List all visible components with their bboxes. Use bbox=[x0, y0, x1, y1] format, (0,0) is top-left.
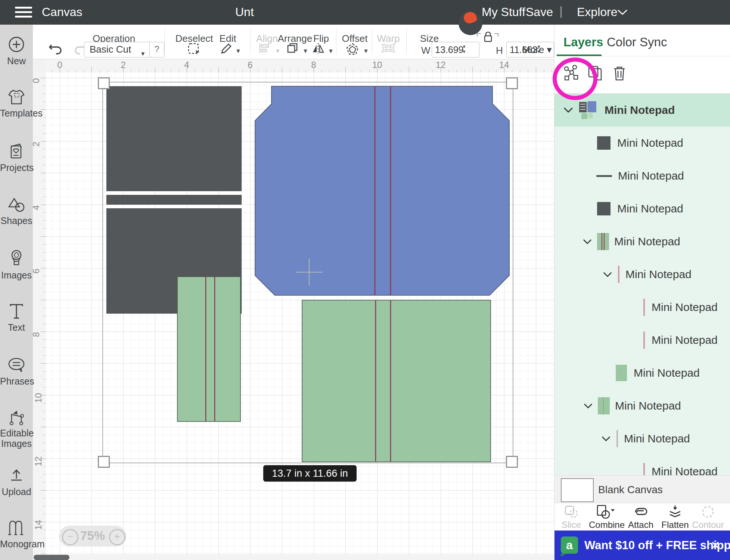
chevron-down-icon[interactable] bbox=[583, 239, 592, 245]
shape-blue-notepad-cover[interactable] bbox=[255, 86, 510, 296]
layer-label: Mini Notepad bbox=[652, 465, 718, 476]
layer-row[interactable]: Mini Notepad bbox=[555, 225, 730, 258]
ruler-corner bbox=[33, 59, 46, 73]
horizontal-scrollbar-thumb[interactable] bbox=[34, 555, 69, 560]
arrange-icon[interactable] bbox=[286, 43, 299, 55]
ruler-mark: 10 bbox=[33, 393, 44, 403]
hamburger-menu-icon[interactable] bbox=[15, 7, 32, 18]
combine-button[interactable]: Combine bbox=[589, 505, 622, 530]
selection-handle-bottom-left[interactable] bbox=[98, 456, 110, 468]
flip-icon[interactable] bbox=[312, 43, 324, 55]
canvas-page-label: Canvas bbox=[42, 5, 83, 19]
height-label: H bbox=[496, 45, 503, 56]
shape-green-notepad-small[interactable] bbox=[177, 276, 241, 422]
more-label: More bbox=[522, 44, 544, 55]
attach-button[interactable]: Attach bbox=[624, 505, 658, 530]
flatten-button[interactable]: Flatten bbox=[658, 505, 692, 530]
left-sidebar: New Templates Projects Shapes Images Tex… bbox=[0, 25, 33, 560]
layer-row[interactable]: Mini Notepad bbox=[555, 324, 730, 357]
chevron-down-icon[interactable] bbox=[563, 107, 573, 113]
my-stuff-link[interactable]: My Stuff bbox=[482, 5, 525, 19]
sidebar-label: Monogram bbox=[0, 538, 33, 550]
sidebar-item-editable-images[interactable]: Editable Images bbox=[0, 409, 33, 449]
sidebar-item-phrases[interactable]: Phrases bbox=[0, 357, 33, 387]
ruler-mark: 2 bbox=[121, 60, 125, 70]
sidebar-item-upload[interactable]: Upload bbox=[0, 467, 33, 497]
tab-layers[interactable]: Layers bbox=[563, 35, 603, 49]
promo-banner: a Want $10 off + FREE shipping? ✕ bbox=[555, 531, 730, 560]
shape-gray-rect-top[interactable] bbox=[106, 86, 242, 191]
ruler-mark: 10 bbox=[372, 60, 382, 70]
layer-label: Mini Notepad bbox=[615, 399, 681, 412]
edit-dropdown-arrow[interactable]: ▼ bbox=[235, 48, 241, 55]
shape-gray-strip[interactable] bbox=[106, 195, 242, 205]
layer-swatch-dark bbox=[597, 136, 611, 150]
undo-icon[interactable] bbox=[49, 43, 63, 55]
blank-canvas-swatch[interactable] bbox=[561, 478, 594, 502]
layer-row[interactable]: Mini Notepad bbox=[555, 258, 730, 291]
warp-icon bbox=[381, 43, 396, 54]
layer-row[interactable]: Mini Notepad bbox=[555, 422, 730, 455]
ruler-mark: 0 bbox=[57, 60, 62, 70]
ruler-mark: 8 bbox=[311, 60, 316, 70]
layer-row[interactable]: Mini Notepad bbox=[555, 127, 730, 159]
chevron-down-icon[interactable] bbox=[617, 9, 628, 16]
zoom-out-button[interactable]: − bbox=[62, 529, 78, 545]
edit-pencil-icon[interactable] bbox=[220, 43, 232, 55]
sidebar-item-new[interactable]: New bbox=[0, 36, 33, 66]
deselect-icon[interactable] bbox=[187, 43, 201, 56]
user-avatar[interactable] bbox=[459, 11, 482, 35]
arrange-dropdown-arrow[interactable]: ▼ bbox=[302, 48, 308, 55]
sidebar-item-templates[interactable]: Templates bbox=[0, 89, 33, 119]
sidebar-item-shapes[interactable]: Shapes bbox=[0, 196, 33, 226]
width-input[interactable] bbox=[432, 42, 479, 57]
sidebar-item-monogram[interactable]: Monogram bbox=[0, 520, 33, 550]
layer-swatch-score-line bbox=[616, 430, 618, 447]
sidebar-label: Templates bbox=[0, 108, 33, 119]
sidebar-item-projects[interactable]: Projects bbox=[0, 143, 33, 173]
tab-color-sync[interactable]: Color Sync bbox=[607, 35, 667, 49]
horizontal-scrollbar-track[interactable] bbox=[33, 555, 554, 560]
shape-green-notepad-large[interactable] bbox=[302, 300, 491, 462]
layer-row[interactable]: Mini Notepad bbox=[555, 291, 730, 324]
ungroup-icon[interactable] bbox=[563, 65, 580, 81]
layer-label: Mini Notepad bbox=[617, 137, 683, 149]
flip-dropdown-arrow[interactable]: ▼ bbox=[328, 48, 334, 55]
sidebar-item-text[interactable]: Text bbox=[0, 303, 33, 333]
layer-label: Mini Notepad bbox=[617, 202, 683, 215]
chevron-down-icon[interactable] bbox=[584, 403, 593, 409]
width-stepper[interactable]: ▲▼ bbox=[462, 43, 467, 55]
sidebar-item-images[interactable]: Images bbox=[0, 249, 33, 281]
layer-row[interactable]: Mini Notepad bbox=[555, 192, 730, 225]
explore-menu[interactable]: Explore bbox=[577, 5, 618, 19]
document-title[interactable]: Unt bbox=[235, 5, 261, 19]
operation-help-button[interactable]: ? bbox=[149, 42, 164, 57]
chevron-down-icon[interactable] bbox=[603, 272, 612, 277]
blank-canvas-label: Blank Canvas bbox=[598, 484, 663, 496]
save-button[interactable]: Save bbox=[526, 5, 553, 19]
operation-select[interactable]: Basic Cut ▼ bbox=[84, 42, 150, 57]
layer-row[interactable]: Mini Notepad bbox=[555, 389, 730, 422]
selection-handle-bottom-right[interactable] bbox=[506, 456, 518, 468]
layer-row-group[interactable]: Mini Notepad bbox=[555, 94, 730, 127]
chevron-down-icon[interactable] bbox=[602, 436, 611, 442]
lock-icon[interactable] bbox=[476, 30, 494, 43]
offset-icon[interactable] bbox=[346, 43, 359, 55]
design-canvas[interactable]: 13.7 in x 11.66 in − 75% + bbox=[46, 72, 554, 556]
trash-icon[interactable] bbox=[612, 65, 627, 81]
offset-dropdown-arrow[interactable]: ▼ bbox=[363, 48, 369, 55]
layer-row[interactable]: Mini Notepad bbox=[555, 357, 730, 389]
blank-canvas-row: Blank Canvas bbox=[555, 475, 730, 503]
more-button[interactable]: More ▾ bbox=[522, 44, 552, 56]
layer-row[interactable]: Mini Notepad bbox=[555, 159, 730, 192]
horizontal-ruler: 0 2 4 6 8 10 12 14 bbox=[46, 59, 554, 73]
sidebar-label: Editable Images bbox=[0, 428, 33, 449]
zoom-in-button[interactable]: + bbox=[109, 529, 125, 545]
promo-text: Want $10 off + FREE shipping? bbox=[584, 539, 730, 552]
duplicate-icon[interactable] bbox=[587, 65, 604, 81]
tabs-divider bbox=[555, 56, 730, 56]
toolbar-separator bbox=[372, 28, 372, 55]
close-icon[interactable]: ✕ bbox=[711, 539, 720, 552]
layer-row[interactable]: Mini Notepad bbox=[555, 455, 730, 476]
ruler-mark: 14 bbox=[499, 60, 509, 70]
